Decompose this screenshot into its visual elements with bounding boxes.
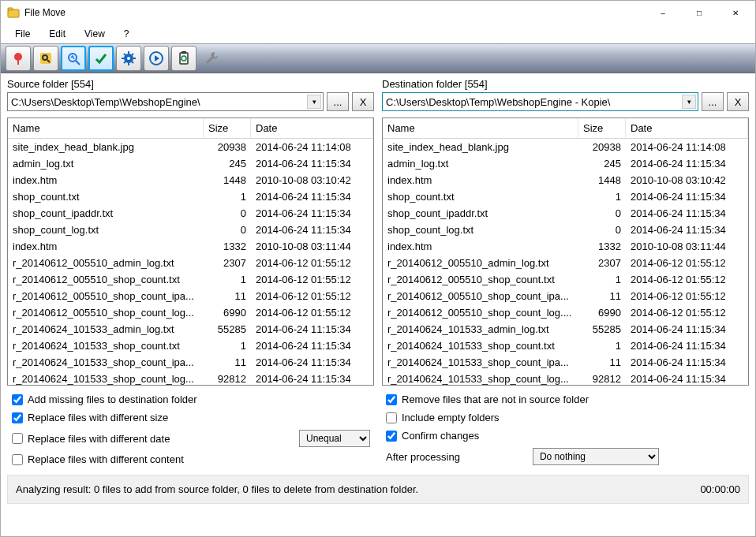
- table-row[interactable]: r_20140612_005510_shop_count.txt12014-06…: [383, 271, 748, 288]
- table-row[interactable]: shop_count.txt12014-06-24 11:15:34: [8, 188, 373, 205]
- table-row[interactable]: site_index_head_blank.jpg209382014-06-24…: [383, 139, 748, 155]
- source-path-combo[interactable]: C:\Users\Desktop\Temp\WebshopEngine\ ▾: [7, 92, 324, 111]
- toolbar-pin-icon[interactable]: [6, 46, 31, 71]
- date-compare-select[interactable]: Unequal: [299, 430, 370, 447]
- options-panel: Add missing files to destination folder …: [1, 386, 755, 470]
- opt-confirm[interactable]: Confirm changes: [386, 430, 744, 442]
- table-row[interactable]: r_20140624_101533_shop_count.txt12014-06…: [8, 337, 373, 354]
- cell-size: 2307: [204, 256, 251, 270]
- col-header-date[interactable]: Date: [626, 118, 748, 138]
- status-bar: Analyzing result: 0 files to add from so…: [7, 475, 749, 504]
- cell-size: 1: [204, 339, 251, 352]
- opt-add-missing[interactable]: Add missing files to destination folder: [12, 393, 370, 405]
- table-row[interactable]: r_20140612_005510_shop_count.txt12014-06…: [8, 271, 373, 288]
- maximize-button[interactable]: □: [681, 1, 717, 24]
- table-row[interactable]: r_20140624_101533_shop_count_log...92812…: [383, 371, 748, 385]
- minimize-button[interactable]: –: [645, 1, 681, 24]
- cell-name: shop_count_ipaddr.txt: [8, 207, 204, 220]
- cell-date: 2014-06-24 11:14:08: [251, 140, 373, 154]
- table-row[interactable]: admin_log.txt2452014-06-24 11:15:34: [8, 155, 373, 172]
- cell-size: 0: [578, 207, 626, 220]
- cell-size: 2307: [578, 256, 626, 270]
- cell-date: 2014-06-24 11:14:08: [626, 140, 748, 154]
- cell-name: r_20140624_101533_shop_count_log...: [383, 372, 578, 385]
- cell-name: r_20140612_005510_shop_count_log....: [383, 306, 578, 319]
- cell-date: 2014-06-12 01:55:12: [251, 273, 373, 286]
- table-row[interactable]: r_20140624_101533_shop_count.txt12014-06…: [383, 337, 748, 354]
- table-row[interactable]: r_20140624_101533_shop_count_log...92812…: [8, 371, 373, 385]
- toolbar-gear-icon[interactable]: [116, 46, 141, 71]
- after-processing-select[interactable]: Do nothing: [533, 448, 659, 465]
- table-row[interactable]: r_20140624_101533_admin_log.txt552852014…: [8, 321, 373, 337]
- dest-path-combo[interactable]: C:\Users\Desktop\Temp\WebshopEngine - Ko…: [382, 92, 698, 111]
- cell-name: shop_count_ipaddr.txt: [383, 207, 578, 220]
- chevron-down-icon[interactable]: ▾: [307, 95, 321, 109]
- source-clear-button[interactable]: X: [352, 92, 374, 111]
- table-row[interactable]: r_20140624_101533_admin_log.txt552852014…: [383, 321, 748, 337]
- cell-size: 55285: [204, 323, 251, 336]
- toolbar-wrench-icon[interactable]: [199, 46, 224, 71]
- col-header-size[interactable]: Size: [578, 118, 626, 138]
- table-row[interactable]: r_20140612_005510_shop_count_log....6990…: [383, 304, 748, 321]
- opt-replace-date[interactable]: Replace files with different date: [12, 433, 170, 445]
- table-row[interactable]: admin_log.txt2452014-06-24 11:15:34: [383, 155, 748, 172]
- table-row[interactable]: index.htm13322010-10-08 03:11:44: [8, 238, 373, 255]
- menu-help[interactable]: ?: [114, 27, 139, 41]
- cell-size: 245: [578, 157, 626, 170]
- opt-replace-content[interactable]: Replace files with different content: [12, 453, 370, 465]
- toolbar: [1, 43, 755, 73]
- toolbar-analyze-icon[interactable]: [61, 46, 86, 71]
- opt-replace-size[interactable]: Replace files with different size: [12, 412, 370, 423]
- menu-file[interactable]: File: [6, 27, 39, 41]
- table-row[interactable]: index.htm13322010-10-08 03:11:44: [383, 238, 748, 255]
- col-header-name[interactable]: Name: [8, 118, 204, 138]
- table-row[interactable]: r_20140612_005510_admin_log.txt23072014-…: [8, 255, 373, 271]
- table-row[interactable]: r_20140612_005510_shop_count_ipa...11201…: [383, 288, 748, 304]
- table-row[interactable]: r_20140624_101533_shop_count_ipa...11201…: [8, 354, 373, 371]
- dest-file-list[interactable]: Name Size Date site_index_head_blank.jpg…: [382, 117, 749, 386]
- table-row[interactable]: index.htm14482010-10-08 03:10:42: [383, 172, 748, 188]
- toolbar-search-icon[interactable]: [33, 46, 58, 71]
- cell-name: r_20140624_101533_admin_log.txt: [383, 323, 578, 336]
- cell-name: r_20140612_005510_shop_count.txt: [383, 273, 578, 286]
- table-row[interactable]: shop_count.txt12014-06-24 11:15:34: [383, 188, 748, 205]
- dest-clear-button[interactable]: X: [727, 92, 749, 111]
- source-file-list[interactable]: Name Size Date site_index_head_blank.jpg…: [7, 117, 374, 386]
- col-header-size[interactable]: Size: [204, 118, 251, 138]
- menubar: File Edit View ?: [1, 24, 755, 43]
- cell-name: r_20140612_005510_shop_count_log...: [8, 306, 204, 319]
- cell-name: shop_count.txt: [383, 190, 578, 203]
- col-header-name[interactable]: Name: [383, 118, 578, 138]
- toolbar-clipboard-icon[interactable]: [171, 46, 196, 71]
- table-row[interactable]: shop_count_log.txt02014-06-24 11:15:34: [383, 222, 748, 238]
- table-row[interactable]: shop_count_ipaddr.txt02014-06-24 11:15:3…: [383, 205, 748, 222]
- menu-view[interactable]: View: [75, 27, 114, 41]
- cell-size: 11: [578, 356, 626, 369]
- cell-date: 2014-06-12 01:55:12: [626, 306, 748, 319]
- cell-size: 245: [204, 157, 251, 170]
- table-row[interactable]: site_index_head_blank.jpg209382014-06-24…: [8, 139, 373, 155]
- table-row[interactable]: r_20140612_005510_shop_count_log...69902…: [8, 304, 373, 321]
- cell-name: r_20140624_101533_shop_count.txt: [8, 339, 204, 352]
- cell-name: index.htm: [383, 173, 578, 187]
- source-browse-button[interactable]: ...: [327, 92, 349, 111]
- table-row[interactable]: r_20140612_005510_shop_count_ipa...11201…: [8, 288, 373, 304]
- cell-date: 2014-06-24 11:15:34: [626, 323, 748, 336]
- col-header-date[interactable]: Date: [251, 118, 373, 138]
- menu-edit[interactable]: Edit: [39, 27, 75, 41]
- cell-name: index.htm: [8, 240, 204, 253]
- chevron-down-icon[interactable]: ▾: [682, 95, 696, 109]
- toolbar-play-icon[interactable]: [144, 46, 169, 71]
- opt-remove-not-in-source[interactable]: Remove files that are not in source fold…: [386, 393, 744, 405]
- table-row[interactable]: shop_count_ipaddr.txt02014-06-24 11:15:3…: [8, 205, 373, 222]
- table-row[interactable]: index.htm14482010-10-08 03:10:42: [8, 172, 373, 188]
- table-row[interactable]: r_20140612_005510_admin_log.txt23072014-…: [383, 255, 748, 271]
- close-button[interactable]: ✕: [717, 1, 754, 24]
- dest-path-text: C:\Users\Desktop\Temp\WebshopEngine - Ko…: [386, 96, 610, 108]
- opt-include-empty[interactable]: Include empty folders: [386, 412, 744, 423]
- table-row[interactable]: r_20140624_101533_shop_count_ipa...11201…: [383, 354, 748, 371]
- dest-browse-button[interactable]: ...: [702, 92, 724, 111]
- cell-size: 55285: [578, 323, 626, 336]
- toolbar-check-icon[interactable]: [88, 46, 114, 71]
- table-row[interactable]: shop_count_log.txt02014-06-24 11:15:34: [8, 222, 373, 238]
